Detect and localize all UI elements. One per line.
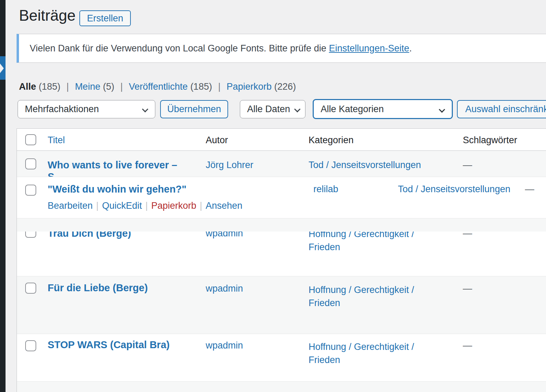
posts-admin-page: Beiträge Erstellen Vielen Dank für die V… — [0, 0, 546, 392]
admin-sidebar[interactable] — [0, 0, 6, 392]
notice-banner: Vielen Dank für die Verwendung von Local… — [17, 34, 546, 63]
table-row: STOP WARS (Capital Bra) wpadmin Hoffnung… — [17, 334, 546, 381]
date-filter-select[interactable]: Alle Daten — [240, 100, 305, 118]
row-checkbox[interactable] — [25, 232, 36, 238]
page-title: Beiträge — [19, 7, 76, 24]
settings-page-link[interactable]: Einstellungen-Seite — [329, 43, 409, 53]
view-trash[interactable]: Papierkorb — [226, 81, 272, 92]
category-link[interactable]: Hoffnung / Gerechtigkeit / Frieden — [309, 283, 419, 310]
table-row: Trau Dich (Berge) wpadmin Hoffnung / Ger… — [17, 232, 546, 276]
category-filter-select[interactable]: Alle Kategorien — [313, 99, 453, 119]
column-header-author: Autor — [206, 135, 228, 146]
post-title-link[interactable]: Trau Dich (Berge) — [48, 232, 131, 239]
view-action-link[interactable]: Ansehen — [206, 200, 243, 211]
table-header-row: Titel Autor Kategorien Schlagwörter — [17, 129, 546, 151]
author-link[interactable]: relilab — [313, 184, 338, 195]
tags-empty-dash: — — [525, 184, 534, 195]
row-checkbox[interactable] — [25, 185, 36, 196]
column-header-tags: Schlagwörter — [463, 135, 517, 146]
trash-action-link[interactable]: Papierkorb — [151, 200, 196, 211]
author-link[interactable]: wpadmin — [206, 232, 243, 239]
author-link[interactable]: Jörg Lohrer — [206, 160, 253, 170]
bulk-actions-select[interactable]: Mehrfachaktionen — [18, 100, 155, 118]
row-checkbox[interactable] — [25, 158, 36, 169]
tags-empty-dash: — — [463, 232, 472, 239]
tags-empty-dash: — — [463, 283, 472, 294]
post-title-link[interactable]: "Weißt du wohin wir gehen?" — [48, 183, 186, 195]
chevron-down-icon — [439, 106, 445, 112]
quickedit-action-link[interactable]: QuickEdit — [102, 200, 142, 211]
view-filter-links: Alle (185) | Meine (5) | Veröffentlichte… — [19, 81, 296, 92]
chevron-down-icon — [142, 106, 148, 112]
author-link[interactable]: wpadmin — [206, 340, 243, 351]
post-title-link[interactable]: Für die Liebe (Berge) — [48, 282, 148, 294]
create-post-button[interactable]: Erstellen — [79, 10, 131, 26]
apply-button[interactable]: Übernehmen — [160, 100, 228, 118]
empty-row-strip — [17, 218, 546, 232]
posts-table: Titel Autor Kategorien Schlagwörter Who … — [17, 128, 546, 392]
author-link[interactable]: wpadmin — [206, 283, 243, 294]
table-row: Für die Liebe (Berge) wpadmin Hoffnung /… — [17, 276, 546, 334]
post-title-link[interactable]: Who wants to live forever –S — [48, 159, 177, 177]
category-link[interactable]: Tod / Jenseitsvorstellungen — [398, 184, 510, 195]
row-actions: Bearbeiten|QuickEdit|Papierkorb|Ansehen — [48, 200, 242, 211]
view-mine[interactable]: Meine — [75, 81, 100, 92]
row-checkbox[interactable] — [25, 283, 36, 294]
select-all-checkbox[interactable] — [25, 134, 36, 145]
table-row: "Weißt du wohin wir gehen?" Bearbeiten|Q… — [17, 177, 546, 218]
view-all[interactable]: Alle — [19, 81, 36, 92]
filter-button[interactable]: Auswahl einschränken — [457, 100, 546, 118]
edit-action-link[interactable]: Bearbeiten — [48, 200, 93, 211]
view-published[interactable]: Veröffentlichte — [129, 81, 188, 92]
column-header-categories: Kategorien — [309, 135, 354, 146]
tags-empty-dash: — — [463, 340, 472, 351]
notice-text: Vielen Dank für die Verwendung von Local… — [19, 43, 412, 54]
sidebar-flyout-arrow-icon — [0, 63, 4, 73]
chevron-down-icon — [294, 106, 300, 112]
category-link[interactable]: Hoffnung / Gerechtigkeit / Frieden — [309, 340, 419, 366]
row-checkbox[interactable] — [25, 340, 36, 351]
column-header-title[interactable]: Titel — [48, 135, 65, 146]
tags-empty-dash: — — [463, 160, 472, 170]
table-row-partial — [17, 381, 546, 392]
category-link[interactable]: Hoffnung / Gerechtigkeit / Frieden — [309, 232, 419, 254]
post-title-link[interactable]: STOP WARS (Capital Bra) — [48, 339, 169, 351]
table-row: Who wants to live forever –S Jörg Lohrer… — [17, 151, 546, 177]
category-link[interactable]: Tod / Jenseitsvorstellungen — [309, 160, 421, 170]
